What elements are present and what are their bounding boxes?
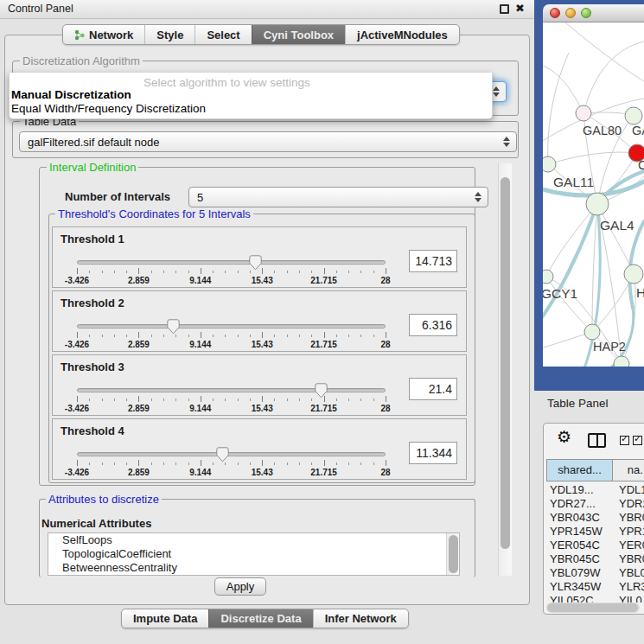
float-window-icon[interactable] xyxy=(500,4,509,14)
network-window-titlebar xyxy=(543,4,644,22)
number-of-intervals-combobox[interactable]: 5 xyxy=(188,187,488,207)
table-row[interactable]: YER054CYER0 xyxy=(546,539,644,552)
control-panel-title: Control Panel xyxy=(8,3,73,15)
interval-definition-group-title: Interval Definition xyxy=(47,161,138,174)
numerical-attributes-label: Numerical Attributes xyxy=(41,517,151,530)
node-label-partial-right: C xyxy=(638,158,644,172)
threshold-1-slider[interactable]: -3.426 2.859 9.144 15.43 21.715 28 xyxy=(77,255,386,286)
threshold-4-panel: Threshold 4 -3.426 2.859 9.144 15.43 21.… xyxy=(52,418,467,480)
node-label-partial-top-right: GA xyxy=(632,124,644,137)
column-header-shared-name[interactable]: shared... xyxy=(546,459,613,481)
tab-impute-data[interactable]: Impute Data xyxy=(122,609,208,628)
threshold-3-value-field[interactable]: 21.4 xyxy=(409,378,457,400)
network-node-gal80[interactable] xyxy=(576,105,591,121)
slider-ticks xyxy=(77,460,386,467)
tab-cyni-toolbox[interactable]: Cyni Toolbox xyxy=(252,25,345,44)
threshold-1-panel: Threshold 1 -3.426 2.859 9.144 15.43 21.… xyxy=(52,226,467,288)
table-row[interactable]: YLR345WYLR3 xyxy=(546,580,644,594)
zoom-traffic-light-button[interactable] xyxy=(581,8,591,18)
node-label-gal4: GAL4 xyxy=(600,218,634,233)
attributes-list-scrollbar[interactable] xyxy=(446,533,459,575)
slider-track[interactable] xyxy=(77,452,386,456)
thresholds-group-title: Threshold's Coordinates for 5 Intervals xyxy=(55,207,253,220)
node-label-gal11: GAL11 xyxy=(553,175,594,189)
slider-ticks xyxy=(77,396,386,403)
tab-discretize-data[interactable]: Discretize Data xyxy=(208,609,312,628)
stepper-icon xyxy=(475,192,481,202)
table-row[interactable]: YDR27...YDR2 xyxy=(546,497,644,511)
checkbox-checked-icon[interactable] xyxy=(633,436,642,445)
popup-option-manual-discretization[interactable]: Manual Discretization xyxy=(11,88,131,101)
network-node-hap2[interactable] xyxy=(584,324,600,340)
control-panel-tabs: Network Style Select Cyni Toolbox jActiv… xyxy=(62,24,460,45)
attributes-group-title: Attributes to discretize xyxy=(46,493,162,506)
slider-tick-labels: -3.426 2.859 9.144 15.43 21.715 28 xyxy=(77,468,386,477)
tab-network[interactable]: Network xyxy=(63,25,144,44)
popup-option-equal-width-frequency[interactable]: Equal Width/Frequency Discretization xyxy=(11,102,206,115)
node-label-gal80: GAL80 xyxy=(583,124,622,137)
network-canvas[interactable]: GAL80 GA C GAL11 GAL4 GCY1 H HAP2 xyxy=(543,22,644,367)
network-node-top-right[interactable] xyxy=(625,107,642,124)
list-item[interactable]: TopologicalCoefficient xyxy=(48,547,459,561)
threshold-1-value-field[interactable]: 14.713 xyxy=(409,250,457,272)
table-row[interactable]: YDL19...YDL1 xyxy=(546,483,644,497)
number-of-intervals-label: Number of Intervals xyxy=(65,190,170,203)
table-row[interactable]: YBR043CYBR0 xyxy=(546,511,644,525)
close-icon[interactable]: ✖ xyxy=(515,2,525,15)
list-item[interactable]: BetweennessCentrality xyxy=(48,561,459,575)
table-horizontal-scrollbar[interactable] xyxy=(546,603,640,613)
slider-track[interactable] xyxy=(77,324,386,328)
node-label-gcy1: GCY1 xyxy=(543,286,577,301)
discretization-algorithm-group-title: Discretization Algorithm xyxy=(20,54,143,67)
minimize-traffic-light-button[interactable] xyxy=(565,8,576,18)
tab-style[interactable]: Style xyxy=(144,25,194,44)
scrollbar-thumb[interactable] xyxy=(449,535,458,573)
apply-button[interactable]: Apply xyxy=(214,577,266,596)
network-node-gal4[interactable] xyxy=(586,193,609,215)
columns-icon[interactable] xyxy=(588,433,606,448)
network-node-h[interactable] xyxy=(624,265,643,284)
slider-ticks xyxy=(77,268,386,275)
stepper-icon xyxy=(503,137,510,147)
threshold-4-value-field[interactable]: 11.344 xyxy=(409,442,457,464)
algorithm-popup: Select algorithm to view settings Manual… xyxy=(9,73,493,119)
table-row[interactable]: YIL052CYIL0 xyxy=(546,594,644,603)
tab-infer-network[interactable]: Infer Network xyxy=(313,609,408,628)
panel-scrollbar[interactable] xyxy=(498,163,512,576)
slider-track[interactable] xyxy=(77,260,386,265)
control-panel-titlebar: Control Panel xyxy=(0,0,534,19)
table-data-combobox[interactable]: galFiltered.sif default node xyxy=(19,131,517,152)
node-label-hap2: HAP2 xyxy=(593,340,626,354)
table-row[interactable]: YBL079WYBL0 xyxy=(546,566,644,580)
tab-jactivemnodules[interactable]: jActiveMNodules xyxy=(345,25,459,44)
network-node-gcy1[interactable] xyxy=(543,270,553,284)
node-label-h: H xyxy=(636,285,644,300)
threshold-4-slider[interactable]: -3.426 2.859 9.144 15.43 21.715 28 xyxy=(77,447,386,478)
table-row[interactable]: YBR045CYBR0 xyxy=(546,552,644,566)
threshold-3-slider[interactable]: -3.426 2.859 9.144 15.43 21.715 28 xyxy=(77,383,386,414)
checkbox-checked-icon[interactable] xyxy=(620,436,629,445)
scrollbar-thumb[interactable] xyxy=(547,603,638,612)
column-header-name[interactable]: na... xyxy=(613,459,644,481)
slider-ticks xyxy=(77,332,386,339)
scrollbar-thumb[interactable] xyxy=(501,177,510,549)
table-header-row: shared... na... xyxy=(546,459,644,481)
table-row[interactable]: YPR145WYPR1 xyxy=(546,525,644,539)
close-traffic-light-button[interactable] xyxy=(550,8,560,18)
tab-select[interactable]: Select xyxy=(194,25,251,44)
slider-tick-labels: -3.426 2.859 9.144 15.43 21.715 28 xyxy=(77,276,386,285)
threshold-2-slider[interactable]: -3.426 2.859 9.144 15.43 21.715 28 xyxy=(77,319,386,350)
stepper-icon xyxy=(493,86,500,97)
threshold-2-value-field[interactable]: 6.316 xyxy=(409,314,457,336)
table-panel-title: Table Panel xyxy=(547,397,609,410)
network-node-gal11[interactable] xyxy=(543,156,556,172)
slider-tick-labels: -3.426 2.859 9.144 15.43 21.715 28 xyxy=(77,340,386,349)
slider-track[interactable] xyxy=(77,388,386,392)
cyni-mode-tabs: Impute Data Discretize Data Infer Networ… xyxy=(121,609,409,628)
algorithm-popup-placeholder: Select algorithm to view settings xyxy=(143,76,310,89)
numerical-attributes-list: SelfLoops TopologicalCoefficient Between… xyxy=(48,532,460,576)
slider-tick-labels: -3.426 2.859 9.144 15.43 21.715 28 xyxy=(77,404,386,413)
list-item[interactable]: SelfLoops xyxy=(48,533,459,547)
gear-icon[interactable]: ⚙ xyxy=(557,429,571,446)
threshold-2-panel: Threshold 2 -3.426 2.859 9.144 15.43 21.… xyxy=(52,290,467,352)
